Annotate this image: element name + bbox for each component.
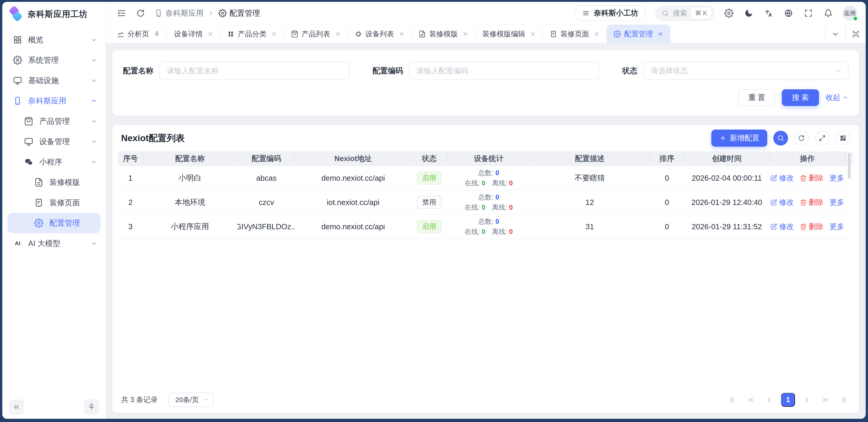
tab-label: 设备详情 [174,29,203,39]
tab-controls [825,25,866,43]
more-action-link[interactable]: 更多 [829,222,844,232]
tab-close-icon[interactable] [462,31,468,37]
delete-action-link[interactable]: 删除 [800,173,824,183]
content-maximize-button[interactable] [845,25,866,43]
delete-action-link[interactable]: 删除 [800,197,824,207]
sidebar-item-deco-template[interactable]: 装修模版 [2,172,105,193]
search-button[interactable]: 搜 索 [782,89,819,106]
sidebar-item-label: 配置管理 [50,218,92,228]
sidebar-item-overview[interactable]: 概览 [2,30,105,50]
more-action-link[interactable]: 更多 [829,197,844,207]
tab-device-list[interactable]: 设备列表 [348,25,411,43]
edit-action-link[interactable]: 修改 [770,222,794,232]
sidebar-item-deco-page[interactable]: 装修页面 [2,193,105,213]
refresh-page-button[interactable] [135,8,146,18]
next-page-button[interactable] [800,393,813,406]
status-select[interactable]: 请选择状态 [643,61,848,80]
edit-action-label: 修改 [779,173,794,183]
prev-chunk-button[interactable] [744,393,757,406]
notifications-button[interactable] [823,8,833,18]
add-config-button[interactable]: 新增配置 [711,130,767,147]
online-status-dot [852,16,858,21]
tab-deco-template-edit[interactable]: 装修模版编辑 [475,25,543,43]
user-avatar[interactable]: 应用 [843,6,857,21]
search-shortcut: ⌘ K [691,7,711,19]
sidebar-item-infrastructure[interactable]: 基础设施 [2,70,105,91]
tab-deco-page[interactable]: 装修页面 [543,25,607,43]
tab-pin-icon[interactable] [154,31,160,37]
global-search[interactable]: 搜索 ⌘ K [655,5,715,21]
table-columns-button[interactable] [836,131,850,145]
delete-action-label: 删除 [809,222,824,232]
tab-product-list[interactable]: 产品列表 [284,25,348,43]
tab-deco-template[interactable]: 装修模版 [411,25,475,43]
tab-close-icon[interactable] [399,31,405,37]
prev-page-button[interactable] [763,393,776,406]
page-size-select[interactable]: 20条/页 [168,393,214,407]
table-fullscreen-button[interactable] [815,131,830,145]
tab-label: 设备列表 [365,29,394,39]
first-page-button[interactable] [726,393,739,406]
config-name-input[interactable] [159,61,349,80]
edit-action-label: 修改 [779,222,794,232]
breadcrumb-item[interactable]: 配置管理 [218,8,260,19]
breadcrumb-label: 奈科斯应用 [165,8,204,19]
gear-icon [13,56,22,65]
timezone-button[interactable] [783,8,794,18]
workspace-switcher[interactable]: 奈科斯小工坊 [574,5,646,21]
sidebar-item-config-mgmt[interactable]: 配置管理 [7,213,100,233]
reset-button[interactable]: 重 置 [738,89,775,106]
tab-close-icon[interactable] [271,31,277,37]
tab-device-detail[interactable]: 设备详情 [167,25,220,43]
sidebar-item-label: 装修页面 [50,198,97,208]
tab-close-icon[interactable] [594,31,600,37]
language-button[interactable] [764,8,774,18]
tab-close-icon[interactable] [335,31,341,37]
sidebar-item-system[interactable]: 系统管理 [2,50,105,70]
breadcrumb-item[interactable]: 奈科斯应用 [154,8,204,19]
triangle-down-icon [204,397,209,402]
sidebar-item-product-mgmt[interactable]: 产品管理 [2,111,105,132]
scrollbar-thumb[interactable] [848,153,851,178]
tab-config-mgmt[interactable]: 配置管理 [607,25,671,43]
table-header-bar: Nexiot配置列表 新增配置 [118,125,853,151]
sidebar-collapse-button[interactable] [9,399,24,415]
sidebar-item-mini-program[interactable]: 小程序 [2,152,105,172]
next-chunk-button[interactable] [818,393,832,406]
edit-action-link[interactable]: 修改 [770,173,794,183]
topbar-right: 奈科斯小工坊 搜索 ⌘ K 应用 [574,5,857,21]
collapse-filter-link[interactable]: 收起 [826,92,848,103]
search-icon [662,9,669,17]
more-action-link[interactable]: 更多 [829,173,844,183]
edit-action-link[interactable]: 修改 [770,197,794,207]
tab-close-icon[interactable] [207,31,213,37]
config-code-input[interactable] [409,61,599,80]
page-size-value: 20条/页 [175,395,199,405]
page-number-button[interactable]: 1 [781,393,795,407]
tab-list-dropdown-button[interactable] [825,25,845,43]
fullscreen-button[interactable] [803,8,813,18]
tab-product-category[interactable]: 产品分类 [220,25,284,43]
table-refresh-button[interactable] [794,131,809,145]
chevron-down-icon [90,57,97,64]
table-search-toggle-button[interactable] [773,131,788,145]
refresh-icon [798,134,805,142]
sidebar-toggle-button[interactable] [117,8,127,18]
sidebar-pin-button[interactable] [84,399,99,415]
delete-action-link[interactable]: 删除 [800,222,824,232]
sidebar-item-label: 产品管理 [39,116,90,126]
last-page-button[interactable] [837,393,850,406]
sidebar-item-device-mgmt[interactable]: 设备管理 [2,132,105,152]
settings-button[interactable] [724,8,734,18]
tab-analysis[interactable]: 分析页 [110,25,167,43]
chevron-down-icon [90,240,97,247]
tab-close-icon[interactable] [530,31,536,37]
cell-nexiot-address: iot.nexiot.cc/api [295,196,411,209]
cell-status: 启用 [411,218,447,235]
tab-close-icon[interactable] [657,31,663,37]
sidebar-item-nexiot-app[interactable]: 奈科斯应用 [2,91,105,111]
table-scrollbar-gutter[interactable] [845,151,853,166]
sidebar-item-ai-llm[interactable]: AIAI 大模型 [2,233,105,254]
theme-toggle-button[interactable] [744,8,754,18]
stat-offline: 离线: 0 [492,227,513,237]
